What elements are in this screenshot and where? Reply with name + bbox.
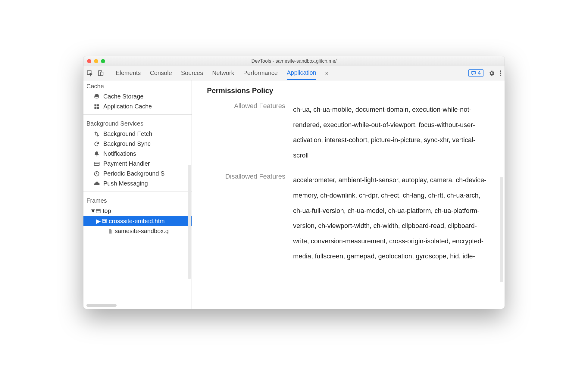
tabs-overflow-icon[interactable]: » xyxy=(325,66,329,80)
svg-point-3 xyxy=(500,70,501,71)
tree-item-label: crosssite-embed.htm xyxy=(109,218,165,225)
sidebar-item-push-messaging[interactable]: Push Messaging xyxy=(83,179,192,189)
card-icon xyxy=(94,161,100,167)
content-area: Cache Cache Storage Application Cache Ba… xyxy=(83,80,505,309)
tab-elements[interactable]: Elements xyxy=(116,66,141,80)
allowed-features-value: ch-ua, ch-ua-mobile, document-domain, ex… xyxy=(293,102,489,163)
caret-down-icon: ▼ xyxy=(90,207,94,214)
svg-rect-11 xyxy=(94,162,99,166)
window-icon xyxy=(95,208,101,214)
tab-sources[interactable]: Sources xyxy=(181,66,203,80)
sidebar-item-periodic-sync[interactable]: Periodic Background S xyxy=(83,169,192,179)
divider xyxy=(83,114,192,115)
item-label: Notifications xyxy=(103,150,136,157)
caret-right-icon: ▶ xyxy=(96,217,100,225)
allowed-features-label: Allowed Features xyxy=(207,102,285,163)
svg-point-5 xyxy=(500,74,501,76)
frames-tree: ▼ top ▶ crosssite-embed.htm samesite-san… xyxy=(83,206,192,239)
main-scrollbar[interactable] xyxy=(500,177,503,282)
more-menu-icon[interactable] xyxy=(500,70,502,76)
window-title: DevTools - samesite-sandbox.glitch.me/ xyxy=(83,58,505,64)
titlebar: DevTools - samesite-sandbox.glitch.me/ xyxy=(83,56,505,66)
disallowed-features-label: Disallowed Features xyxy=(207,173,285,264)
bell-icon xyxy=(94,151,100,157)
section-bgservices-header: Background Services xyxy=(83,118,192,129)
panel-tabs: Elements Console Sources Network Perform… xyxy=(110,66,329,80)
item-label: Background Sync xyxy=(103,140,151,147)
cloud-icon xyxy=(94,181,100,187)
svg-rect-7 xyxy=(95,104,97,106)
sidebar-item-notifications[interactable]: Notifications xyxy=(83,149,192,159)
sidebar-horizontal-scrollbar[interactable] xyxy=(86,304,117,307)
grid-icon xyxy=(94,104,100,110)
item-label: Periodic Background S xyxy=(103,170,164,177)
sidebar-scrollbar[interactable] xyxy=(188,165,191,279)
database-icon xyxy=(94,94,100,100)
swap-icon xyxy=(94,131,100,137)
tab-network[interactable]: Network xyxy=(212,66,234,80)
sync-icon xyxy=(94,141,100,147)
settings-icon[interactable] xyxy=(488,70,495,76)
issues-count: 4 xyxy=(478,70,481,76)
item-label: Cache Storage xyxy=(103,93,143,100)
allowed-features-row: Allowed Features ch-ua, ch-ua-mobile, do… xyxy=(207,102,489,163)
tab-console[interactable]: Console xyxy=(150,66,172,80)
frame-details-panel[interactable]: Permissions Policy Allowed Features ch-u… xyxy=(192,80,505,309)
svg-rect-2 xyxy=(101,72,103,76)
item-label: Application Cache xyxy=(103,103,152,110)
tree-item-label: samesite-sandbox.g xyxy=(115,228,169,235)
tab-performance[interactable]: Performance xyxy=(243,66,278,80)
disallowed-features-row: Disallowed Features accelerometer, ambie… xyxy=(207,173,489,264)
item-label: Push Messaging xyxy=(103,180,148,187)
svg-point-4 xyxy=(500,72,501,73)
frame-tree-top[interactable]: ▼ top xyxy=(83,206,192,216)
svg-rect-17 xyxy=(103,220,106,222)
svg-rect-14 xyxy=(96,209,100,213)
disallowed-features-value: accelerometer, ambient-light-sensor, aut… xyxy=(293,173,489,264)
frame-icon xyxy=(102,218,107,224)
sidebar-item-background-fetch[interactable]: Background Fetch xyxy=(83,129,192,139)
frame-tree-samesite-sandbox[interactable]: samesite-sandbox.g xyxy=(83,226,192,236)
section-frames-header: Frames xyxy=(83,195,192,206)
message-icon xyxy=(471,71,476,76)
device-toolbar-icon[interactable] xyxy=(97,70,104,76)
devtools-toolbar: Elements Console Sources Network Perform… xyxy=(83,66,505,80)
tab-application[interactable]: Application xyxy=(287,66,316,80)
file-icon xyxy=(108,229,113,234)
sidebar-item-payment-handler[interactable]: Payment Handler xyxy=(83,159,192,169)
svg-rect-10 xyxy=(97,107,99,109)
svg-rect-8 xyxy=(97,104,99,106)
frame-tree-crosssite-embed[interactable]: ▶ crosssite-embed.htm xyxy=(83,216,192,226)
permissions-policy-heading: Permissions Policy xyxy=(207,86,489,95)
tree-item-label: top xyxy=(103,207,111,214)
svg-rect-9 xyxy=(95,107,97,109)
inspect-element-icon[interactable] xyxy=(86,70,93,76)
issues-badge[interactable]: 4 xyxy=(468,69,483,77)
item-label: Payment Handler xyxy=(103,160,150,167)
devtools-window: DevTools - samesite-sandbox.glitch.me/ E… xyxy=(83,56,505,309)
sidebar-item-application-cache[interactable]: Application Cache xyxy=(83,101,192,111)
application-sidebar[interactable]: Cache Cache Storage Application Cache Ba… xyxy=(83,80,192,309)
section-cache-header: Cache xyxy=(83,80,192,92)
divider xyxy=(83,192,192,192)
sidebar-item-cache-storage[interactable]: Cache Storage xyxy=(83,92,192,101)
clock-icon xyxy=(94,171,100,177)
item-label: Background Fetch xyxy=(103,130,152,137)
sidebar-item-background-sync[interactable]: Background Sync xyxy=(83,139,192,149)
